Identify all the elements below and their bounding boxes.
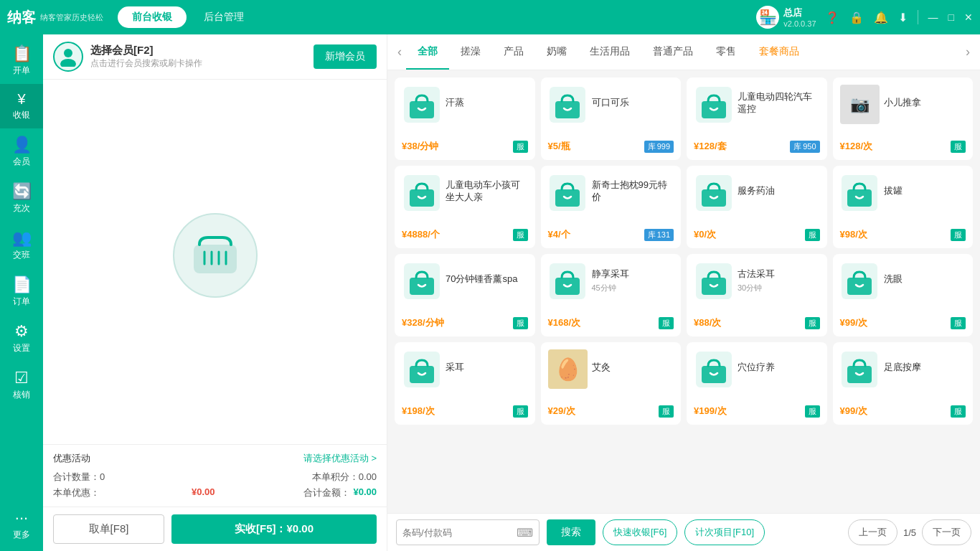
cat-tab-naizui[interactable]: 奶嘴	[535, 35, 578, 70]
product-name-15: 足底按摩	[884, 362, 966, 374]
product-bag-icon-8	[402, 261, 441, 301]
sidebar-item-more[interactable]: ··· 更多	[0, 501, 43, 548]
cat-tab-shenghuo[interactable]: 生活用品	[578, 35, 641, 70]
cat-prev-arrow[interactable]: ‹	[393, 44, 406, 60]
store-name: 总店	[783, 6, 816, 19]
sidebar-label-more: 更多	[13, 529, 30, 541]
minimize-btn[interactable]: —	[928, 11, 938, 23]
help-icon[interactable]: ❓	[825, 11, 839, 24]
summary-rows: 合计数量：0 本单积分：0.00 本单优惠： ¥0.00 合计金额： ¥0.00	[53, 471, 377, 499]
count-item-button[interactable]: 计次项目[F10]	[684, 519, 765, 545]
product-card-8[interactable]: 70分钟锺香薰spa¥328/分钟服	[395, 254, 535, 336]
product-badge-8: 服	[513, 317, 528, 329]
product-badge-9: 服	[659, 317, 674, 329]
product-card-14[interactable]: 穴位疗养¥199/次服	[687, 342, 827, 425]
product-card-6[interactable]: 服务药油¥0/次服	[687, 166, 827, 248]
product-card-0[interactable]: 汗蒸¥38/分钟服	[395, 77, 535, 160]
cat-tab-putong[interactable]: 普通产品	[641, 35, 705, 70]
product-img-area-6: 服务药油	[694, 173, 820, 212]
pay-button[interactable]: 实收[F5]：¥0.00	[171, 514, 377, 544]
kaidan-icon: 📋	[12, 44, 32, 63]
product-badge-1: 库999	[644, 141, 674, 153]
product-card-15[interactable]: 足底按摩¥99/次服	[833, 342, 974, 425]
close-btn[interactable]: ✕	[964, 11, 973, 23]
tab-backend[interactable]: 后台管理	[189, 6, 258, 28]
product-info-5: 新奇士抱枕99元特价	[592, 179, 674, 207]
product-price-6: ¥0/次	[694, 228, 716, 241]
product-price-11: ¥99/次	[840, 316, 867, 329]
product-badge-12: 服	[513, 405, 528, 418]
sidebar-label-shezhi: 设置	[13, 342, 30, 354]
cat-next-arrow[interactable]: ›	[961, 44, 974, 60]
add-member-button[interactable]: 新增会员	[314, 44, 377, 69]
action-buttons: 取单[F8] 实收[F5]：¥0.00	[43, 507, 387, 551]
sidebar-item-huiyuan[interactable]: 👤 会员	[0, 128, 43, 175]
sidebar-label-jiaob: 交班	[13, 249, 30, 261]
sidebar-item-shouyin[interactable]: ¥ 收银	[0, 84, 43, 128]
product-price-10: ¥88/次	[694, 316, 721, 329]
product-img-area-14: 穴位疗养	[694, 349, 820, 389]
search-button[interactable]: 搜索	[547, 519, 595, 545]
product-card-9[interactable]: 静享采耳45分钟¥168/次服	[541, 254, 682, 336]
total-value: ¥0.00	[353, 486, 377, 499]
cat-tab-chanpin[interactable]: 产品	[492, 35, 535, 70]
points-label: 本单积分：0.00	[312, 471, 377, 484]
prev-page-button[interactable]: 上一页	[848, 519, 897, 545]
product-price-3: ¥128/次	[840, 140, 873, 153]
product-price-row-13: ¥29/次服	[548, 405, 674, 418]
keyboard-icon[interactable]: ⌨	[517, 526, 533, 540]
svg-rect-4	[194, 245, 237, 273]
bell-icon[interactable]: 🔔	[874, 11, 888, 24]
quick-checkout-button[interactable]: 快速收银[F6]	[603, 519, 677, 545]
right-panel: ‹ 全部 搓澡 产品 奶嘴 生活用品 普通产品 零售 套餐商品 › 汗蒸¥38/…	[387, 34, 980, 551]
product-card-3[interactable]: 📷小儿推拿¥128/次服	[833, 77, 974, 160]
sidebar-item-dingdan[interactable]: 📄 订单	[0, 268, 43, 315]
product-card-7[interactable]: 拔罐¥98/次服	[833, 166, 974, 248]
cat-tab-cuozao[interactable]: 搓澡	[449, 35, 492, 70]
bottom-info: 优惠活动 请选择优惠活动 > 合计数量：0 本单积分：0.00 本单优惠： ¥0…	[43, 444, 387, 507]
promo-link[interactable]: 请选择优惠活动 >	[303, 452, 377, 465]
search-input[interactable]	[402, 527, 512, 538]
cat-tab-taocan[interactable]: 套餐商品	[748, 35, 811, 70]
huiyuan-icon: 👤	[12, 136, 32, 154]
total-qty-label: 合计数量：0	[53, 471, 105, 484]
product-img-area-0: 汗蒸	[402, 85, 528, 124]
product-card-2[interactable]: 儿童电动四轮汽车遥控¥128/套库950	[687, 77, 827, 160]
product-info-15: 足底按摩	[884, 362, 966, 377]
product-card-11[interactable]: 洗眼¥99/次服	[833, 254, 974, 336]
product-info-1: 可口可乐	[592, 97, 674, 112]
maximize-btn[interactable]: □	[948, 11, 954, 23]
lock-icon[interactable]: 🔒	[849, 11, 864, 24]
product-price-row-6: ¥0/次服	[694, 228, 820, 241]
sidebar-item-shezhi[interactable]: ⚙ 设置	[0, 315, 43, 362]
product-card-5[interactable]: 新奇士抱枕99元特价¥4/个库131	[541, 166, 682, 248]
product-card-13[interactable]: 🥚艾灸¥29/次服	[541, 342, 682, 425]
sidebar-item-jiaob[interactable]: 👥 交班	[0, 222, 43, 268]
shezhi-icon: ⚙	[14, 322, 29, 341]
product-img-area-13: 🥚艾灸	[548, 349, 674, 389]
product-info-10: 古法采耳30分钟	[738, 268, 820, 294]
sidebar-item-kaidan[interactable]: 📋 开单	[0, 37, 43, 84]
product-badge-4: 服	[513, 229, 528, 241]
product-badge-7: 服	[951, 229, 966, 241]
product-price-row-15: ¥99/次服	[840, 405, 966, 418]
cat-tab-linghou[interactable]: 零售	[705, 35, 748, 70]
product-price-14: ¥199/次	[694, 405, 727, 418]
cancel-order-button[interactable]: 取单[F8]	[53, 514, 164, 544]
product-card-12[interactable]: 采耳¥198/次服	[395, 342, 535, 425]
sidebar-label-shouyin: 收银	[13, 109, 30, 121]
sidebar-item-hexiao[interactable]: ☑ 核销	[0, 362, 43, 408]
product-card-4[interactable]: 儿童电动车小孩可坐大人亲¥4888/个服	[395, 166, 535, 248]
cat-tab-all[interactable]: 全部	[406, 35, 449, 70]
cart-area	[43, 80, 387, 444]
tab-frontend[interactable]: 前台收银	[118, 6, 187, 28]
discount-row: 本单优惠： ¥0.00	[53, 486, 215, 499]
product-price-row-7: ¥98/次服	[840, 228, 966, 241]
product-card-1[interactable]: 可口可乐¥5/瓶库999	[541, 77, 682, 160]
product-img-area-11: 洗眼	[840, 261, 966, 301]
product-info-12: 采耳	[446, 362, 528, 377]
product-card-10[interactable]: 古法采耳30分钟¥88/次服	[687, 254, 827, 336]
next-page-button[interactable]: 下一页	[922, 519, 971, 545]
download-icon[interactable]: ⬇	[898, 11, 908, 24]
sidebar-item-chongci[interactable]: 🔄 充次	[0, 175, 43, 222]
